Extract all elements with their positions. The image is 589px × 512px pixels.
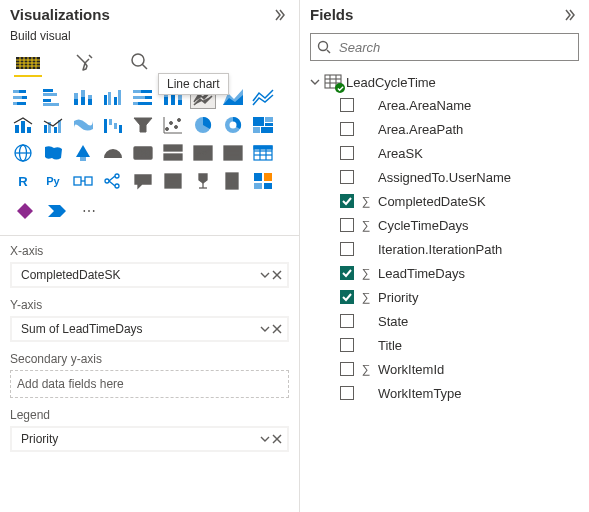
field-checkbox[interactable] [340, 362, 354, 376]
qa-icon[interactable] [130, 169, 156, 193]
stacked-area-icon[interactable] [250, 85, 276, 109]
field-name: CycleTimeDays [378, 218, 469, 233]
fields-tree: LeadCycleTime Area.AreaNameArea.AreaPath… [310, 71, 579, 405]
field-checkbox[interactable] [340, 218, 354, 232]
field-checkbox[interactable] [340, 314, 354, 328]
field-checkbox[interactable] [340, 290, 354, 304]
field-name: CompletedDateSK [378, 194, 486, 209]
power-apps-icon[interactable] [12, 199, 38, 223]
field-row[interactable]: ∑CycleTimeDays [310, 213, 579, 237]
field-row[interactable]: ∑LeadTimeDays [310, 261, 579, 285]
svg-line-119 [327, 50, 330, 53]
filled-map-icon[interactable] [40, 141, 66, 165]
stacked-bar-icon[interactable] [10, 85, 36, 109]
xaxis-label: X-axis [10, 244, 289, 258]
field-checkbox[interactable] [340, 266, 354, 280]
scatter-icon[interactable] [160, 113, 186, 137]
analytics-tab[interactable] [126, 49, 154, 77]
table-icon [324, 74, 342, 90]
field-row[interactable]: AreaSK [310, 141, 579, 165]
field-name: Area.AreaPath [378, 122, 463, 137]
field-row[interactable]: WorkItemType [310, 381, 579, 405]
field-row[interactable]: Area.AreaName [310, 93, 579, 117]
card-icon[interactable]: 123 [130, 141, 156, 165]
azure-map-icon[interactable] [70, 141, 96, 165]
field-row[interactable]: Area.AreaPath [310, 117, 579, 141]
remove-xaxis-icon[interactable] [272, 270, 282, 280]
paginated-icon[interactable] [220, 169, 246, 193]
stacked-column-icon[interactable] [70, 85, 96, 109]
pie-icon[interactable] [190, 113, 216, 137]
ribbon-chart-icon[interactable] [70, 113, 96, 137]
xaxis-well[interactable]: CompletedDateSK [10, 262, 289, 288]
power-automate-icon[interactable] [44, 199, 70, 223]
app-source-icon[interactable] [250, 169, 276, 193]
svg-line-94 [109, 176, 115, 181]
format-tab[interactable] [70, 49, 98, 77]
legend-pill[interactable]: Priority [12, 428, 287, 450]
funnel-icon[interactable] [130, 113, 156, 137]
fields-search-input[interactable] [337, 39, 572, 56]
hundred-stacked-bar-icon[interactable] [130, 85, 156, 109]
field-checkbox[interactable] [340, 242, 354, 256]
multirow-card-icon[interactable] [160, 141, 186, 165]
decomposition-tree-icon[interactable] [100, 169, 126, 193]
collapse-fields-icon[interactable] [563, 7, 579, 23]
line-clustered-column-icon[interactable] [40, 113, 66, 137]
svg-rect-39 [171, 94, 175, 105]
fields-search-box[interactable] [310, 33, 579, 61]
clustered-bar-icon[interactable] [40, 85, 66, 109]
field-row[interactable]: ∑Priority [310, 285, 579, 309]
svg-rect-88 [74, 177, 81, 185]
svg-rect-47 [44, 125, 47, 133]
waterfall-icon[interactable] [100, 113, 126, 137]
py-visual-icon[interactable]: Py [40, 169, 66, 193]
field-checkbox[interactable] [340, 98, 354, 112]
kpi-icon[interactable] [190, 141, 216, 165]
collapse-viz-icon[interactable] [273, 7, 289, 23]
field-row[interactable]: ∑CompletedDateSK [310, 189, 579, 213]
goals-icon[interactable] [190, 169, 216, 193]
yaxis-well[interactable]: Sum of LeadTimeDays [10, 316, 289, 342]
field-row[interactable]: AssignedTo.UserName [310, 165, 579, 189]
line-stacked-column-icon[interactable] [10, 113, 36, 137]
field-checkbox[interactable] [340, 146, 354, 160]
yaxis-pill[interactable]: Sum of LeadTimeDays [12, 318, 287, 340]
field-row[interactable]: ∑WorkItemId [310, 357, 579, 381]
chevron-down-icon[interactable] [260, 434, 270, 444]
svg-rect-33 [145, 96, 152, 99]
sigma-icon: ∑ [360, 194, 372, 208]
field-row[interactable]: Title [310, 333, 579, 357]
field-row[interactable]: State [310, 309, 579, 333]
xaxis-pill[interactable]: CompletedDateSK [12, 264, 287, 286]
chevron-down-icon[interactable] [260, 324, 270, 334]
field-name: State [378, 314, 408, 329]
table-node[interactable]: LeadCycleTime [310, 71, 579, 93]
field-checkbox[interactable] [340, 194, 354, 208]
map-icon[interactable] [10, 141, 36, 165]
gauge-icon[interactable] [100, 141, 126, 165]
slicer-icon[interactable] [220, 141, 246, 165]
narrative-icon[interactable] [160, 169, 186, 193]
r-visual-icon[interactable]: R [10, 169, 36, 193]
donut-icon[interactable] [220, 113, 246, 137]
remove-yaxis-icon[interactable] [272, 324, 282, 334]
field-checkbox[interactable] [340, 386, 354, 400]
field-row[interactable]: Iteration.IterationPath [310, 237, 579, 261]
field-checkbox[interactable] [340, 338, 354, 352]
secondary-yaxis-well[interactable]: Add data fields here [10, 370, 289, 398]
svg-rect-89 [85, 177, 92, 185]
key-influencers-icon[interactable] [70, 169, 96, 193]
remove-legend-icon[interactable] [272, 434, 282, 444]
field-checkbox[interactable] [340, 122, 354, 136]
chevron-down-icon[interactable] [260, 270, 270, 280]
field-checkbox[interactable] [340, 170, 354, 184]
svg-point-58 [175, 126, 178, 129]
clustered-column-icon[interactable] [100, 85, 126, 109]
build-tab[interactable] [14, 49, 42, 77]
table-icon[interactable] [250, 141, 276, 165]
treemap-icon[interactable] [250, 113, 276, 137]
more-visuals-icon[interactable]: ⋯ [76, 199, 102, 223]
svg-rect-37 [164, 97, 168, 105]
legend-well[interactable]: Priority [10, 426, 289, 452]
